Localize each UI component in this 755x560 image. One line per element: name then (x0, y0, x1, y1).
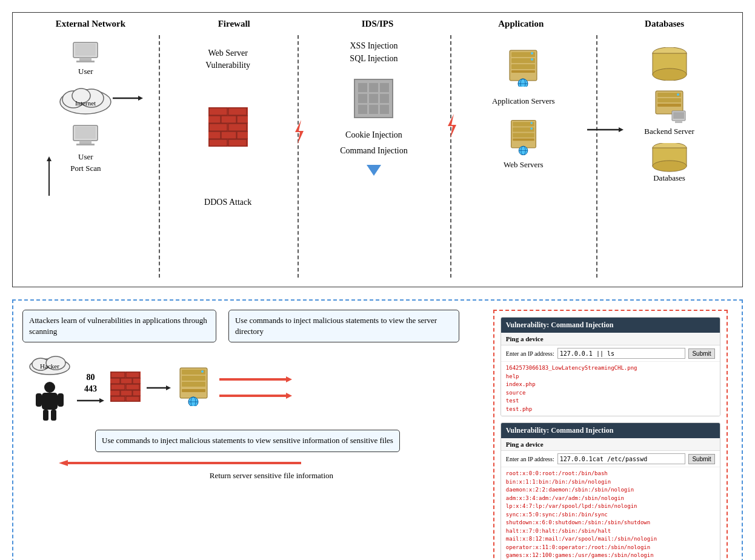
backend-server-icon: Backend Server (644, 90, 694, 137)
inject-bubble2-text: Use commands to inject malicious stateme… (102, 436, 393, 445)
db-top (651, 47, 688, 81)
bottom-server-icon (177, 367, 210, 408)
vuln1-output-line-0: 1642573066183_LowLatencyStreamingCHL.png (506, 364, 715, 373)
svg-rect-82 (126, 372, 139, 378)
bottom-server-svg (177, 367, 210, 406)
external-network-col: User Internet (13, 41, 159, 173)
svg-marker-109 (59, 460, 68, 466)
web-servers-label: Web Servers (504, 160, 544, 170)
vuln1-submit[interactable]: Submit (688, 348, 714, 359)
vuln1-form: Enter an IP address: Submit (501, 345, 720, 362)
svg-marker-94 (166, 385, 171, 390)
vuln2-line-5: sync:x:5:0:sync:/sbin:/bin/sync (506, 511, 715, 519)
svg-rect-35 (511, 64, 535, 69)
svg-rect-73 (42, 393, 58, 410)
ddos-label: DDOS Attack (204, 198, 251, 207)
bottom-user-to-internet-arrow (43, 156, 55, 199)
svg-point-101 (188, 397, 198, 406)
firewall-col: Web Server Vulnerability (159, 47, 298, 207)
return-label: Return server sensitive file information (22, 471, 484, 481)
svg-point-37 (531, 52, 533, 55)
vuln2-input[interactable] (557, 453, 686, 464)
svg-rect-13 (76, 144, 95, 145)
top-bubbles-row: Attackers learn of vulnerabilities in ap… (22, 310, 484, 342)
port-scan-label: Port Scan (70, 164, 101, 173)
cloud-to-firewall-arrow (113, 95, 143, 102)
col-header-ids: IDS/IPS (306, 19, 450, 29)
inject-bubble1-text: Use commands to inject malicious stateme… (235, 316, 437, 336)
svg-rect-63 (673, 112, 684, 119)
svg-rect-48 (513, 139, 534, 141)
svg-rect-24 (228, 124, 247, 131)
svg-rect-26 (221, 132, 236, 139)
svg-rect-88 (110, 390, 120, 396)
svg-rect-92 (126, 396, 139, 401)
vuln1-subtitle: Ping a device (501, 333, 720, 345)
user-label-bottom: User (70, 152, 101, 162)
vuln2-line-4: lp:x:4:7:lp:/var/spool/lpd:/sbin/nologin (506, 502, 715, 511)
svg-text:Hacker: Hacker (40, 362, 59, 370)
vuln1-input[interactable] (557, 348, 686, 359)
svg-rect-97 (182, 376, 205, 381)
vuln1-form-label: Enter an IP address: (506, 350, 554, 357)
blue-down-arrow (367, 165, 381, 176)
vuln2-line-3: adm:x:3:4:adm:/var/adm:/sbin/nologin (506, 495, 715, 503)
bottom-firewall-icon (110, 372, 141, 404)
web-server-vuln-label: Web Server Vulnerability (205, 47, 250, 71)
svg-rect-2 (76, 61, 95, 62)
hacker-to-firewall-arrow (77, 397, 104, 404)
server-icon-app-top (507, 47, 540, 87)
inject-bubble2: Use commands to inject malicious stateme… (95, 430, 400, 452)
red-arrows-container (219, 376, 292, 399)
vuln2-output: root:x:0:0:root:/root:/bin/bash bin:x:1:… (501, 467, 720, 560)
fw-to-server-arrow (147, 384, 171, 392)
user-top: User (70, 41, 101, 76)
vuln2-submit[interactable]: Submit (688, 454, 714, 464)
svg-rect-85 (133, 378, 141, 384)
svg-rect-91 (111, 396, 125, 401)
svg-rect-87 (126, 384, 139, 390)
bottom-inner: Attackers learn of vulnerabilities in ap… (22, 310, 733, 560)
app-server-top (507, 47, 540, 87)
vuln2-line-9: operator:x:11:0:operator:/root:/sbin/nol… (506, 544, 715, 552)
db-bottom: Databases (651, 143, 688, 183)
top-diagram: External Network Firewall IDS/IPS Applic… (12, 12, 743, 287)
col-header-db: Databases (593, 19, 736, 29)
svg-rect-64 (675, 121, 682, 123)
app-col: Application Servers (450, 47, 596, 170)
svg-point-49 (530, 122, 533, 124)
svg-point-67 (653, 161, 687, 172)
ids-col: XSS Injection SQL Injection (298, 41, 451, 176)
vuln2-line-10: games:x:12:100:games:/usr/games:/sbin/no… (506, 552, 715, 560)
attacker-bubble-text: Attackers learn of vulnerabilities in ap… (29, 316, 207, 336)
backend-server-label: Backend Server (644, 126, 694, 137)
svg-rect-90 (133, 390, 141, 396)
vuln1-output-line-5: test.php (506, 405, 715, 414)
svg-point-72 (44, 382, 55, 393)
vuln2-subtitle: Ping a device (501, 438, 720, 451)
svg-rect-74 (36, 393, 42, 407)
hacker-cloud-svg: Hacker (28, 355, 71, 376)
svg-rect-47 (513, 133, 534, 138)
bottom-section: Attackers learn of vulnerabilities in ap… (12, 299, 743, 560)
svg-rect-98 (182, 382, 205, 387)
vuln2-line-0: root:x:0:0:root:/root:/bin/bash (506, 470, 715, 478)
svg-point-38 (531, 58, 533, 61)
vuln1-output-line-2: index.php (506, 381, 715, 389)
col-header-external: External Network (19, 19, 162, 29)
return-row (59, 458, 484, 468)
svg-rect-75 (58, 393, 64, 407)
vuln2-line-7: halt:x:7:0:halt:/sbin:/sbin/halt (506, 527, 715, 536)
hacker-cloud: Hacker (28, 355, 71, 378)
db-col: Backend Server Databases (596, 47, 742, 183)
vuln2-line-2: daemon:x:2:2:daemon:/sbin:/sbin/nologin (506, 486, 715, 495)
svg-rect-77 (51, 410, 56, 421)
inject-bubble1: Use commands to inject malicious stateme… (228, 310, 459, 342)
monitor-icon-top (70, 41, 101, 65)
vuln-panel-2: Vulnerability: Command Injection Ping a … (501, 422, 720, 560)
vuln1-output-line-4: test (506, 397, 715, 405)
svg-point-39 (518, 79, 528, 87)
vuln2-form: Enter an IP address: Submit (501, 451, 720, 467)
svg-text:Internet: Internet (75, 99, 96, 107)
svg-point-61 (677, 93, 679, 96)
